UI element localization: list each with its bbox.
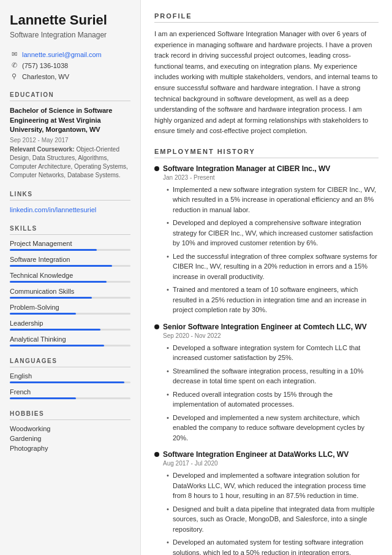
education-section-title: EDUCATION: [10, 91, 130, 101]
skill-bar-bg: [10, 345, 130, 346]
phone-text: (757) 136-1038: [22, 62, 68, 69]
job-bullets: Implemented a new software integration s…: [167, 185, 379, 315]
employment-section-title: EMPLOYMENT HISTORY: [154, 148, 379, 158]
linkedin-link[interactable]: linkedin.com/in/lannettesuriel: [10, 206, 96, 213]
email-icon: ✉: [10, 50, 18, 58]
language-bar-fill: [10, 381, 124, 383]
job-bullet: Streamlined the software integration pro…: [167, 366, 379, 386]
job-bullets: Developed and implemented a software int…: [167, 470, 379, 555]
skill-bar-bg: [10, 329, 130, 331]
job-dot: [154, 452, 159, 457]
skill-name: Leadership: [10, 320, 130, 327]
phone-contact: ✆ (757) 136-1038: [10, 61, 130, 69]
job-bullet: Developed an automated system for testin…: [167, 537, 379, 555]
job-title-text: Software Integration Engineer at DataWor…: [163, 450, 349, 459]
job-bullet: Developed and deployed a comprehensive s…: [167, 218, 379, 248]
language-name: English: [10, 372, 130, 380]
language-name: French: [10, 388, 130, 396]
job-dot: [154, 324, 159, 329]
job-bullet: Implemented a new software integration s…: [167, 185, 379, 215]
skill-bar-fill: [10, 249, 97, 251]
profile-section-title: PROFILE: [154, 12, 379, 23]
linkedin-link-item: linkedin.com/in/lannettesuriel: [10, 205, 130, 214]
skill-item: Problem-Solving: [10, 304, 130, 315]
job-dates: Aug 2017 - Jul 2020: [163, 460, 379, 467]
skill-name: Problem-Solving: [10, 304, 130, 311]
skill-item: Software Integration: [10, 256, 130, 267]
languages-list: English French: [10, 372, 130, 399]
language-bar-bg: [10, 397, 130, 399]
skill-item: Analytical Thinking: [10, 335, 130, 346]
job-title: Software Integration Engineer at DataWor…: [154, 450, 379, 459]
skill-item: Project Management: [10, 240, 130, 251]
language-item: English: [10, 372, 130, 383]
language-item: French: [10, 388, 130, 399]
links-section-title: LINKS: [10, 191, 130, 201]
job-entry: Software Integration Engineer at DataWor…: [154, 450, 379, 555]
job-bullet: Reduced overall integration costs by 15%…: [167, 389, 379, 410]
edu-degree: Bachelor of Science in Software Engineer…: [10, 106, 130, 134]
languages-section-title: LANGUAGES: [10, 358, 130, 367]
job-entry: Software Integration Manager at CIBER In…: [154, 164, 379, 315]
job-bullet: Developed a software integration system …: [167, 343, 379, 363]
skill-name: Communication Skills: [10, 288, 130, 295]
skill-bar-fill: [10, 345, 104, 346]
hobby-item: Gardening: [10, 435, 130, 442]
language-bar-bg: [10, 381, 130, 383]
skill-bar-bg: [10, 281, 130, 283]
email-link[interactable]: lannette.suriel@gmail.com: [22, 51, 102, 58]
location-icon: ⚲: [10, 72, 18, 80]
skill-bar-fill: [10, 329, 100, 331]
phone-icon: ✆: [10, 61, 18, 69]
email-contact: ✉ lannette.suriel@gmail.com: [10, 50, 130, 58]
skill-item: Leadership: [10, 320, 130, 331]
skill-item: Communication Skills: [10, 288, 130, 299]
job-dot: [154, 166, 159, 171]
location-text: Charleston, WV: [22, 73, 69, 80]
job-dates: Sep 2020 - Nov 2022: [163, 332, 379, 339]
job-title: Senior Software Integration Engineer at …: [154, 323, 379, 331]
skill-name: Technical Knowledge: [10, 272, 130, 279]
candidate-name: Lannette Suriel: [10, 12, 130, 28]
hobbies-section-title: HOBBIES: [10, 410, 130, 420]
job-bullet: Led the successful integration of three …: [167, 251, 379, 282]
skill-bar-bg: [10, 265, 130, 267]
location-contact: ⚲ Charleston, WV: [10, 72, 130, 80]
hobbies-list: WoodworkingGardeningPhotography: [10, 425, 130, 452]
skill-bar-fill: [10, 265, 112, 267]
skills-section-title: SKILLS: [10, 225, 130, 235]
job-bullet: Designed and built a data pipeline that …: [167, 504, 379, 535]
skill-bar-fill: [10, 281, 107, 283]
job-dates: Jan 2023 - Present: [163, 174, 379, 181]
skill-name: Software Integration: [10, 256, 130, 263]
job-title-text: Senior Software Integration Engineer at …: [163, 323, 367, 331]
hobby-item: Photography: [10, 445, 130, 452]
skill-bar-bg: [10, 313, 130, 315]
skill-name: Analytical Thinking: [10, 335, 130, 343]
skill-item: Technical Knowledge: [10, 272, 130, 283]
job-bullet: Trained and mentored a team of 10 softwa…: [167, 285, 379, 315]
job-entry: Senior Software Integration Engineer at …: [154, 323, 379, 443]
skill-bar-bg: [10, 249, 130, 251]
job-title-text: Software Integration Manager at CIBER In…: [163, 164, 330, 173]
job-title: Software Integration Manager at CIBER In…: [154, 164, 379, 173]
language-bar-fill: [10, 397, 76, 399]
job-bullets: Developed a software integration system …: [167, 343, 379, 443]
jobs-list: Software Integration Manager at CIBER In…: [154, 164, 379, 555]
skill-bar-fill: [10, 297, 92, 299]
sidebar: Lannette Suriel Software Integration Man…: [0, 0, 141, 555]
edu-coursework: Relevant Coursework: Object-Oriented Des…: [10, 145, 130, 180]
main-content: PROFILE I am an experienced Software Int…: [141, 0, 392, 555]
skill-bar-fill: [10, 313, 76, 315]
job-bullet: Developed and implemented a software int…: [167, 470, 379, 501]
skill-bar-bg: [10, 297, 130, 299]
edu-dates: Sep 2012 - May 2017: [10, 137, 130, 144]
hobby-item: Woodworking: [10, 425, 130, 432]
profile-text: I am an experienced Software Integration…: [154, 29, 379, 137]
job-bullet: Developed and implemented a new system a…: [167, 413, 379, 443]
candidate-title: Software Integration Manager: [10, 31, 130, 39]
skills-list: Project Management Software Integration …: [10, 240, 130, 346]
skill-name: Project Management: [10, 240, 130, 247]
